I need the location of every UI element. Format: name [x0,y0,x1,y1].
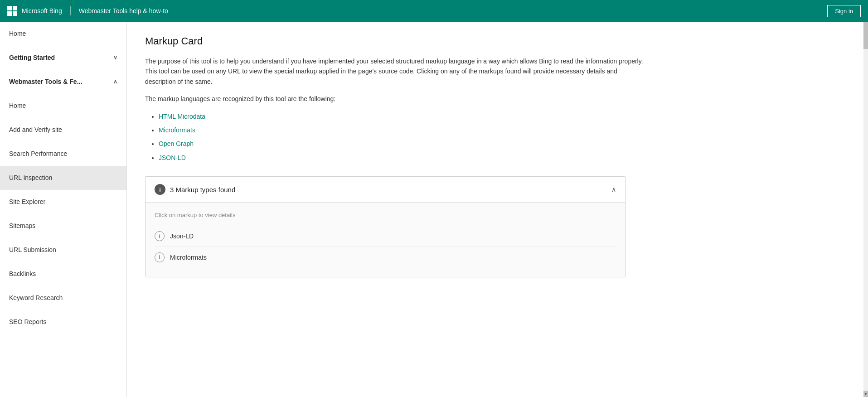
scrollbar-arrow-down-icon[interactable]: ▼ [863,391,868,397]
sidebar-item-seo-reports[interactable]: SEO Reports [0,310,126,334]
content-area: Markup Card The purpose of this tool is … [127,22,863,397]
markup-panel-body: Click on markup to view details iJson-LD… [145,203,625,277]
right-scrollbar[interactable]: ▲ ▼ [863,22,868,397]
sidebar-item-search-performance[interactable]: Search Performance [0,142,126,166]
sidebar-item-url-submission[interactable]: URL Submission [0,238,126,262]
sidebar-item-webmaster-tools[interactable]: Webmaster Tools & Fe...∧ [0,70,126,94]
sidebar-item-getting-started[interactable]: Getting Started∨ [0,46,126,70]
chevron-icon: ∧ [113,78,117,85]
sidebar-item-home-sub[interactable]: Home [0,94,126,118]
sidebar-item-label: Home [9,102,26,109]
page-title: Markup Card [145,35,845,47]
intro-paragraph2: The markup languages are recognized by t… [145,94,845,104]
sidebar-item-label: URL Submission [9,246,56,253]
windows-logo-icon [7,6,17,16]
sidebar-item-add-verify[interactable]: Add and Verify site [0,118,126,142]
sidebar-item-site-explorer[interactable]: Site Explorer [0,190,126,214]
markup-panel-title: 3 Markup types found [170,186,235,194]
main-layout: HomeGetting Started∨Webmaster Tools & Fe… [0,22,868,397]
sidebar-item-label: Search Performance [9,150,67,157]
scrollbar-thumb[interactable] [863,22,868,49]
sidebar-item-label: Add and Verify site [9,126,62,133]
markup-link-item: HTML Microdata [159,111,845,121]
info-outline-icon: i [155,252,165,262]
markup-link-item: Open Graph [159,139,845,149]
sidebar-item-label: URL Inspection [9,174,52,181]
chevron-icon: ∨ [113,54,117,61]
sidebar-item-home-top[interactable]: Home [0,22,126,46]
sidebar-item-label: Site Explorer [9,198,45,205]
header-left: Microsoft Bing Webmaster Tools help & ho… [7,6,168,16]
markup-link-item: JSON-LD [159,153,845,163]
header-divider [70,6,71,15]
markup-panel-header-left: i 3 Markup types found [155,184,235,195]
markup-languages-list: HTML MicrodataMicroformatsOpen GraphJSON… [159,111,845,163]
markup-type-label: Microformats [170,254,207,261]
sidebar: HomeGetting Started∨Webmaster Tools & Fe… [0,22,127,397]
chevron-up-icon[interactable]: ∧ [611,186,616,193]
sidebar-item-backlinks[interactable]: Backlinks [0,262,126,286]
sidebar-item-label: Webmaster Tools & Fe... [9,78,82,85]
sidebar-item-label: Keyword Research [9,294,63,301]
click-hint-text: Click on markup to view details [155,212,616,218]
markup-link[interactable]: HTML Microdata [159,113,205,120]
markup-link-item: Microformats [159,125,845,135]
markup-card-panel: i 3 Markup types found ∧ Click on markup… [145,176,626,277]
markup-type-label: Json-LD [170,232,194,240]
intro-paragraph1: The purpose of this tool is to help you … [145,56,644,87]
sidebar-item-label: Backlinks [9,270,36,277]
sidebar-item-sitemaps[interactable]: Sitemaps [0,214,126,238]
header-subtitle: Webmaster Tools help & how-to [79,7,168,15]
sidebar-item-label: Home [9,30,26,37]
sidebar-item-url-inspection[interactable]: URL Inspection [0,166,126,190]
markup-panel-header: i 3 Markup types found ∧ [145,177,625,203]
sidebar-item-keyword-research[interactable]: Keyword Research [0,286,126,310]
markup-types-container: iJson-LDiMicroformats [155,226,616,268]
sidebar-item-label: Getting Started [9,54,55,61]
sign-in-button[interactable]: Sign in [827,5,861,17]
markup-link[interactable]: Open Graph [159,140,194,147]
sidebar-item-label: SEO Reports [9,318,46,325]
info-outline-icon: i [155,231,165,241]
header-brand: Microsoft Bing [22,7,62,15]
header: Microsoft Bing Webmaster Tools help & ho… [0,0,868,22]
markup-link[interactable]: JSON-LD [159,154,186,161]
info-icon: i [155,184,165,195]
markup-link[interactable]: Microformats [159,126,195,134]
markup-type-row-json-ld[interactable]: iJson-LD [155,226,616,247]
markup-type-row-microformats[interactable]: iMicroformats [155,247,616,268]
sidebar-item-label: Sitemaps [9,222,35,229]
